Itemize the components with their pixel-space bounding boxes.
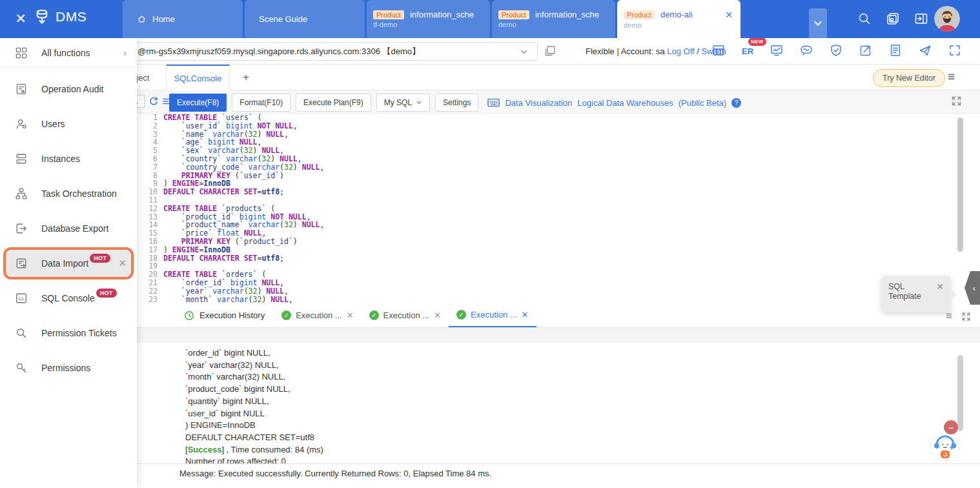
sql-toolbar: 1 Execute(F8) Format(F10) Execute Plan(F… <box>0 90 980 114</box>
console-tab-bar: Object SQLConsole + Try New Editor ≡ <box>0 65 980 90</box>
execution-tab-label: Execution ... <box>471 310 517 320</box>
topbar-tab-home[interactable]: Home <box>123 0 243 38</box>
line-number: 6 <box>134 155 163 163</box>
connection-bar: @rm-gs5x39xmjruszf059.mysql.singapore.rd… <box>0 38 980 65</box>
sql-editor[interactable]: 1CREATE TABLE `users` (2 `user_id` bigin… <box>134 114 980 303</box>
logoff-link[interactable]: Log Off <box>667 46 694 56</box>
sidebar-item-task-orchestration[interactable]: Task Orchestration <box>0 176 137 211</box>
search-icon[interactable] <box>857 12 872 26</box>
tab-close-icon[interactable]: ✕ <box>522 310 529 320</box>
product-badge: Product <box>373 10 404 19</box>
results-scrollbar[interactable] <box>957 355 963 431</box>
copy-icon[interactable] <box>544 45 556 57</box>
sql-template-label1: SQL <box>888 282 904 291</box>
tabs-overflow-button[interactable] <box>809 8 827 38</box>
compose-icon[interactable] <box>859 44 872 57</box>
try-new-editor-button[interactable]: Try New Editor <box>873 69 945 87</box>
instance-icon <box>15 153 27 165</box>
editor-menu-icon[interactable]: ≡ <box>948 70 955 84</box>
toolbar-buttons: Execute(F8) Format(F10) Execute Plan(F9)… <box>169 94 741 112</box>
session-wave-icon[interactable] <box>800 44 813 57</box>
ticket-icon <box>15 327 27 339</box>
er-diagram-button[interactable]: ER NEW <box>742 45 753 56</box>
tab-close-icon[interactable]: ✕ <box>434 310 441 320</box>
assistant-minimize-badge[interactable]: − <box>944 420 958 434</box>
code-line: 18DEFAULT CHARACTER SET=utf8; <box>134 254 980 263</box>
status-message: Message: Executed successfully. Currentl… <box>179 469 491 478</box>
new-console-tab-button[interactable]: + <box>239 70 253 85</box>
history-clock-icon[interactable] <box>184 310 194 321</box>
new-badge: NEW <box>748 37 766 46</box>
execute-button[interactable]: Execute(F8) <box>169 94 227 112</box>
format-button[interactable]: Format(F10) <box>232 94 291 112</box>
console-icon: SQL <box>15 292 27 304</box>
execution-result-tab-3[interactable]: ✓Execution ...✕ <box>449 303 536 327</box>
monitor-chart-icon[interactable] <box>770 44 783 57</box>
status-bar: Message: Executed successfully. Currentl… <box>134 463 980 482</box>
success-check-icon: ✓ <box>281 310 291 320</box>
data-visualization-link[interactable]: Data Visualization <box>505 98 572 108</box>
tab-subtitle: demo <box>624 21 734 29</box>
refresh-icon[interactable] <box>148 96 159 107</box>
help-icon[interactable]: ? <box>731 98 741 108</box>
execution-result-tab-1[interactable]: ✓Execution ...✕ <box>274 303 361 327</box>
sidebar-item-users[interactable]: Users <box>0 107 137 141</box>
public-beta-link[interactable]: (Public Beta) <box>679 98 726 108</box>
chevron-down-icon <box>520 48 528 56</box>
connection-selector[interactable]: @rm-gs5x39xmjruszf059.mysql.singapore.rd… <box>97 42 538 61</box>
sidebar-item-sql-console[interactable]: SQLSQL ConsoleHOT <box>0 281 137 316</box>
sidebar-item-instances[interactable]: Instances <box>0 141 137 176</box>
execute-plan-button[interactable]: Execute Plan(F9) <box>296 94 371 112</box>
editor-scrollbar[interactable] <box>957 117 963 252</box>
tab-sqlconsole[interactable]: SQLConsole <box>167 65 230 90</box>
topbar-tab-information-sche[interactable]: Productinformation_schedemo <box>492 0 615 38</box>
line-number: 7 <box>134 163 163 172</box>
tab-close-icon[interactable]: ✕ <box>724 10 734 20</box>
topbar-tab-information-sche[interactable]: Productinformation_schetf-demo <box>367 0 490 38</box>
svg-text:SQL: SQL <box>18 297 25 301</box>
sidebar-item-permission-tickets[interactable]: Permission Tickets <box>0 316 137 351</box>
keyboard-icon[interactable] <box>487 97 500 108</box>
tab-close-icon[interactable]: ✕ <box>347 310 354 320</box>
sidebar-item-all-functions[interactable]: All functions› <box>0 38 137 68</box>
windows-stack-icon[interactable] <box>886 12 900 26</box>
settings-button[interactable]: Settings <box>435 94 478 112</box>
execution-result-tab-2[interactable]: ✓Execution ...✕ <box>362 303 449 327</box>
assistant-robot-icon[interactable] <box>930 431 960 461</box>
er-label: ER <box>742 46 753 56</box>
dms-logo[interactable]: DMS <box>34 8 87 25</box>
topbar-tab-demo-ali[interactable]: Productdemo-ali✕demo <box>617 0 740 38</box>
sidebar-item-permissions[interactable]: Permissions <box>0 351 137 385</box>
sidebar-item-label: Operation Audit <box>41 84 104 94</box>
editor-expand-icon[interactable] <box>951 96 962 107</box>
fullscreen-icon[interactable] <box>948 44 961 57</box>
export-icon <box>15 223 27 234</box>
sidebar-item-operation-audit[interactable]: Operation Audit <box>0 72 137 107</box>
result-line: `order_id` bigint NULL, <box>185 347 980 360</box>
execution-result-panel: `order_id` bigint NULL,`year` varchar(32… <box>134 343 980 463</box>
results-expand-icon[interactable] <box>961 312 971 321</box>
brand-name: DMS <box>56 9 87 25</box>
execution-history-label[interactable]: Execution History <box>199 310 265 320</box>
user-avatar[interactable] <box>934 6 960 32</box>
orchestration-icon <box>15 188 27 199</box>
audit-icon <box>15 83 27 95</box>
sidebar-item-label: SQL Console <box>41 293 95 303</box>
document-icon[interactable] <box>889 44 902 57</box>
mysql-dropdown[interactable]: My SQL <box>376 94 430 112</box>
sidebar-toggle-icon[interactable] <box>914 12 928 26</box>
sidebar-item-database-export[interactable]: Database Export <box>0 211 137 246</box>
send-icon[interactable] <box>919 44 932 57</box>
dismiss-icon[interactable]: ✕ <box>118 258 127 269</box>
sidebar-item-label: Permissions <box>41 363 90 373</box>
sidebar-item-data-import[interactable]: Data ImportHOT✕ <box>0 246 137 281</box>
logical-dw-link[interactable]: Logical Data Warehouses <box>577 98 673 108</box>
table-grid-icon[interactable] <box>712 44 725 57</box>
popup-close-icon[interactable]: ✕ <box>936 281 944 292</box>
code-line: 8 PRIMARY KEY (`user_id`) <box>134 172 980 180</box>
import-icon <box>15 258 27 269</box>
close-icon[interactable]: ✕ <box>12 10 30 28</box>
topbar-tab-scene-guide[interactable]: Scene Guide <box>245 0 365 38</box>
dms-app-window: ✕ DMS HomeScene GuideProductinformation_… <box>0 0 980 488</box>
shield-check-icon[interactable] <box>830 44 842 57</box>
